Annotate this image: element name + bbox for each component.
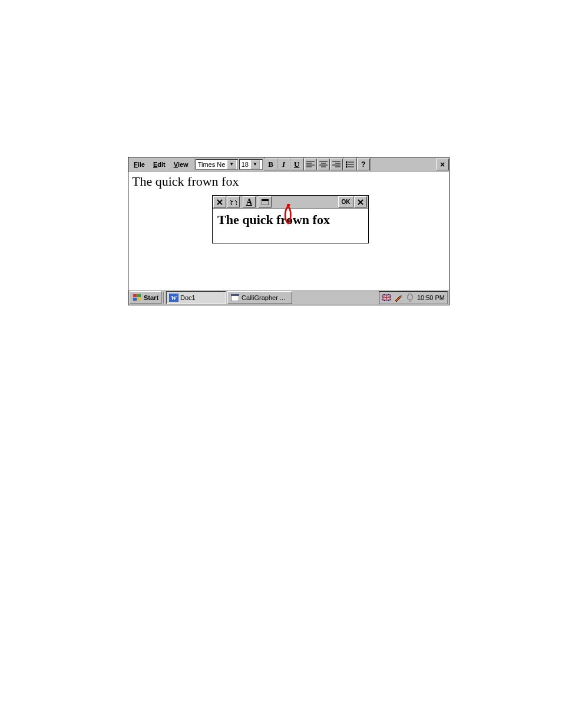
separator — [257, 196, 258, 208]
svg-rect-12 — [346, 162, 347, 163]
taskbar-app-label: Doc1 — [180, 294, 196, 301]
align-right-icon — [332, 161, 340, 168]
svg-rect-14 — [346, 164, 347, 165]
menu-file[interactable]: File — [130, 159, 149, 170]
svg-rect-31 — [231, 294, 239, 296]
svg-rect-26 — [133, 298, 137, 301]
taskbar-app-doc1[interactable]: W Doc1 — [166, 291, 226, 304]
separator — [241, 196, 242, 208]
popup-undo-button[interactable] — [227, 196, 240, 207]
taskbar-app-calligrapher[interactable]: CalliGrapher ... — [227, 291, 292, 304]
word-app-icon: W — [169, 293, 178, 302]
popup-text-before: The quick — [217, 212, 276, 227]
help-button[interactable]: ? — [357, 159, 370, 170]
font-name-value: Times Ne — [196, 161, 227, 168]
popup-text-area[interactable]: The quick frown fox — [213, 209, 368, 243]
document-text: The quick frown fox — [132, 174, 239, 189]
text-a-icon: A — [246, 197, 252, 207]
windows-logo-icon — [133, 293, 142, 302]
menu-view[interactable]: View — [170, 159, 193, 170]
undo-icon — [230, 199, 237, 205]
font-size-value: 18 — [240, 161, 250, 168]
window-icon — [262, 199, 269, 205]
popup-ok-button[interactable]: OK — [338, 196, 353, 207]
top-toolbar: File Edit View Times Ne ▼ 18 ▼ B I U — [128, 157, 449, 172]
svg-rect-24 — [133, 294, 137, 297]
popup-window-button[interactable] — [259, 196, 272, 207]
svg-rect-21 — [262, 199, 269, 201]
correction-popup: A OK The quick frown fox — [212, 195, 369, 243]
close-button[interactable]: × — [436, 159, 449, 170]
popup-text-after: rown fox — [281, 212, 330, 227]
bullets-icon — [346, 161, 354, 168]
start-label: Start — [144, 294, 158, 301]
svg-text:W: W — [171, 294, 177, 301]
popup-cancel-button[interactable] — [213, 196, 226, 207]
menu-edit[interactable]: Edit — [149, 159, 170, 170]
system-tray: 10:50 PM — [379, 291, 448, 304]
start-button[interactable]: Start — [130, 291, 161, 304]
popup-text-marked: f — [276, 212, 280, 227]
taskbar-separator — [163, 292, 164, 304]
align-left-button[interactable] — [304, 159, 317, 170]
svg-rect-25 — [137, 294, 141, 297]
align-center-icon — [319, 161, 328, 168]
bullets-button[interactable] — [343, 159, 356, 170]
bold-button[interactable]: B — [265, 159, 277, 170]
italic-button[interactable]: I — [277, 159, 290, 170]
tray-power-icon[interactable] — [405, 293, 415, 302]
align-right-button[interactable] — [330, 159, 343, 170]
close-icon — [358, 199, 363, 205]
taskbar-app-label: CalliGrapher ... — [242, 294, 285, 301]
popup-close-button[interactable] — [354, 196, 367, 207]
taskbar: Start W Doc1 CalliGrapher ... 10 — [128, 289, 449, 305]
popup-toolbar: A OK — [213, 196, 368, 209]
font-name-combo[interactable]: Times Ne ▼ — [196, 159, 238, 170]
align-center-button[interactable] — [317, 159, 330, 170]
svg-rect-16 — [346, 166, 347, 167]
tray-pen-icon[interactable] — [394, 293, 403, 302]
popup-text-mode-button[interactable]: A — [243, 196, 256, 207]
font-size-combo[interactable]: 18 ▼ — [239, 159, 263, 170]
svg-rect-27 — [137, 298, 141, 301]
document-area[interactable]: The quick frown fox A OK — [128, 172, 449, 289]
calligrapher-app-icon — [230, 293, 240, 302]
dropdown-icon[interactable]: ▼ — [227, 160, 236, 169]
dropdown-icon[interactable]: ▼ — [250, 160, 260, 169]
underline-button[interactable]: U — [290, 159, 303, 170]
align-left-icon — [306, 161, 315, 168]
tray-flag-icon[interactable] — [382, 293, 391, 302]
close-icon — [217, 199, 223, 205]
tray-clock[interactable]: 10:50 PM — [417, 294, 445, 301]
word-processor-window: File Edit View Times Ne ▼ 18 ▼ B I U — [128, 157, 449, 305]
